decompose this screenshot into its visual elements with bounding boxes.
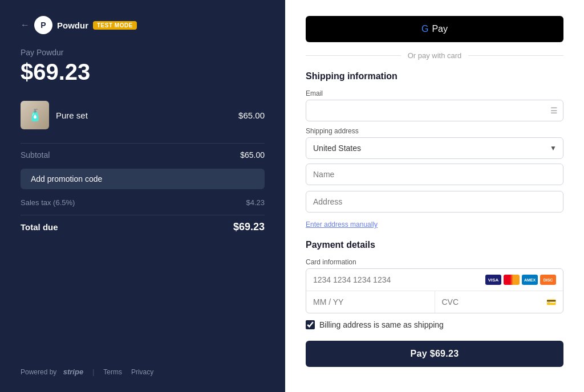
subtotal-label: Subtotal	[21, 150, 50, 160]
or-divider: Or pay with card	[306, 51, 563, 60]
product-img-icon: 🧴	[28, 108, 42, 122]
footer: Powered by stripe | Terms Privacy	[21, 358, 265, 376]
subtotal-row: Subtotal $65.00	[21, 150, 265, 160]
country-select[interactable]: United States	[306, 137, 563, 159]
total-due-label: Total due	[21, 222, 58, 232]
add-promo-button[interactable]: Add promotion code	[21, 169, 265, 189]
brand-logo: P	[34, 16, 52, 34]
email-label: Email	[306, 89, 563, 97]
cvc-card-icon: 💳	[546, 297, 556, 307]
card-cvc-wrap: 💳	[435, 291, 563, 313]
back-button[interactable]: ← P Powdur TEST MODE	[21, 16, 265, 34]
enter-address-link[interactable]: Enter address manually	[306, 220, 378, 228]
g-icon: G	[421, 24, 428, 34]
left-panel: ← P Powdur TEST MODE Pay Powdur $69.23 🧴…	[0, 0, 285, 392]
divider-left-line	[306, 55, 401, 56]
divider	[21, 143, 265, 144]
billing-checkbox-label: Billing address is same as shipping	[319, 320, 444, 329]
discover-icon: DISC	[540, 275, 556, 285]
right-panel: G Pay Or pay with card Shipping informat…	[285, 0, 584, 392]
gpay-button[interactable]: G Pay	[306, 16, 563, 42]
payment-section-title: Payment details	[306, 240, 563, 250]
card-info-box: VISA MC AMEX DISC 💳	[306, 268, 563, 313]
footer-divider: |	[92, 368, 94, 376]
powered-by-text: Powered by stripe	[21, 368, 83, 376]
shipping-section-title: Shipping information	[306, 71, 563, 81]
gpay-label: Pay	[432, 24, 448, 34]
pay-label: Pay Powdur	[21, 48, 265, 57]
terms-link[interactable]: Terms	[103, 368, 122, 376]
address-field-wrap	[306, 191, 563, 213]
tax-row: Sales tax (6.5%) $4.23	[21, 198, 265, 207]
tax-value: $4.23	[246, 198, 265, 207]
stripe-logo: stripe	[63, 368, 83, 376]
address-input[interactable]	[306, 191, 563, 213]
email-input[interactable]	[306, 100, 563, 121]
privacy-link[interactable]: Privacy	[131, 368, 153, 376]
product-image: 🧴	[21, 101, 49, 129]
product-row: 🧴 Pure set $65.00	[21, 101, 265, 129]
email-field-wrap: ☰	[306, 100, 563, 121]
card-number-input[interactable]	[313, 275, 481, 284]
mastercard-icon: MC	[504, 275, 520, 285]
shipping-address-label: Shipping address	[306, 127, 563, 135]
subtotal-value: $65.00	[240, 150, 265, 160]
name-input[interactable]	[306, 164, 563, 185]
total-amount: $69.23	[21, 59, 265, 85]
card-expiry-wrap	[306, 291, 435, 313]
visa-icon: VISA	[485, 275, 501, 285]
divider-right-line	[468, 55, 563, 56]
card-number-row: VISA MC AMEX DISC	[306, 269, 563, 291]
test-mode-badge: TEST MODE	[93, 21, 137, 30]
product-name: Pure set	[56, 111, 232, 120]
card-info-label: Card information	[306, 258, 563, 266]
pay-button[interactable]: Pay $69.23	[306, 341, 563, 367]
country-select-wrap: United States ▼	[306, 137, 563, 159]
or-text: Or pay with card	[408, 51, 462, 60]
product-price: $65.00	[238, 111, 265, 120]
expiry-input[interactable]	[313, 297, 428, 307]
name-field-wrap	[306, 164, 563, 185]
billing-checkbox-row: Billing address is same as shipping	[306, 320, 563, 329]
total-due-value: $69.23	[233, 221, 265, 233]
cvc-input[interactable]	[442, 297, 544, 307]
tax-label: Sales tax (6.5%)	[21, 198, 75, 207]
amex-icon: AMEX	[522, 275, 538, 285]
billing-same-checkbox[interactable]	[306, 320, 315, 329]
email-icon: ☰	[550, 106, 558, 115]
card-bottom-row: 💳	[306, 291, 563, 313]
card-icons: VISA MC AMEX DISC	[485, 275, 556, 285]
brand-name: Powdur	[57, 21, 88, 30]
total-divider	[21, 215, 265, 215]
back-arrow-icon: ←	[21, 20, 30, 30]
total-row: Total due $69.23	[21, 221, 265, 233]
